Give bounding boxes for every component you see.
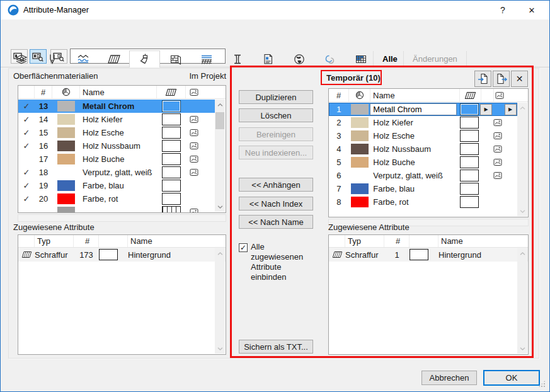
material-row[interactable]: ✓15Holz Esche	[18, 126, 215, 139]
delete-button[interactable]: Löschen	[239, 108, 313, 122]
close-temporary-button[interactable]: ✕	[511, 71, 528, 87]
material-row[interactable]: ✓16Holz Nussbaum	[18, 139, 215, 153]
scroll-down-icon[interactable]	[215, 343, 225, 354]
scroll-down-icon[interactable]	[517, 343, 527, 354]
attribute-type: Schraffur	[35, 248, 74, 262]
right-assigned-scrollbar[interactable]	[517, 248, 527, 354]
type-column-header: Typ	[35, 235, 74, 247]
scroll-up-icon[interactable]	[215, 100, 225, 110]
by-name-button[interactable]: << Nach Name	[239, 215, 313, 229]
material-row[interactable]: 17Holz Buche	[18, 153, 215, 166]
scroll-up-icon[interactable]	[517, 103, 527, 113]
sphere-icon	[355, 91, 364, 100]
title-bar[interactable]: Attribute-Manager ? ✕	[1, 1, 549, 20]
material-name-input[interactable]	[370, 103, 457, 115]
tab-fill-types[interactable]	[98, 51, 129, 67]
material-row[interactable]: ✓20Farbe, rot	[18, 192, 215, 205]
tab-alle[interactable]: Alle	[373, 51, 406, 67]
fill-swatch	[162, 113, 181, 125]
image-attribute-icon	[492, 169, 503, 182]
fill-swatch	[460, 130, 479, 142]
material-row[interactable]: 4Holz Nussbaum	[329, 142, 517, 156]
tab-aenderungen[interactable]: Änderungen	[403, 51, 467, 67]
save-as-txt-button[interactable]: Sichern als TXT...	[239, 340, 313, 354]
scroll-thumb[interactable]	[215, 112, 224, 129]
left-list-hscrollbar[interactable]	[18, 214, 226, 222]
assigned-attribute-row[interactable]: Schraffur 173 Hintergrund	[18, 248, 226, 262]
save-attribute-file-button[interactable]	[493, 71, 510, 87]
material-row[interactable]: 3Holz Esche	[329, 129, 517, 142]
fill-types-icon	[106, 53, 122, 66]
tab-surfaces[interactable]	[129, 50, 160, 67]
material-row[interactable]: 6Verputz, glatt, weiß	[329, 169, 517, 182]
image-attribute-icon	[186, 153, 202, 166]
material-row[interactable]: 1▶▶	[329, 103, 517, 116]
material-name: Farbe, blau	[370, 182, 459, 195]
project-materials-list[interactable]: # Name ✓13Metall Chrom✓14Holz Kiefer✓15H…	[18, 85, 226, 213]
material-row[interactable]: ✓19Farbe, blau	[18, 179, 215, 192]
material-row[interactable]: 2Holz Kiefer	[329, 116, 517, 129]
assigned-attribute-row[interactable]: Schraffur 1 Hintergrund	[329, 248, 528, 262]
material-row[interactable]: 8Farbe, rot	[329, 195, 517, 209]
project-assigned-list[interactable]: Typ # Name Schraffur 173 Hintergrund	[18, 234, 226, 355]
purge-button: Bereinigen	[239, 127, 313, 141]
color-swatch	[57, 141, 75, 151]
include-attributes-checkbox-row[interactable]: ✓ Alle zugewiesenen Attribute einbinden	[239, 242, 316, 282]
fill-swatch	[162, 206, 181, 212]
temporary-materials-list[interactable]: # Name 1▶▶2Holz Kiefer3Holz Esche4Holz N…	[328, 88, 529, 217]
texture-column-header	[186, 86, 202, 98]
fill-swatch	[162, 166, 181, 178]
archicad-logo-icon	[8, 4, 19, 16]
index-column-header: #	[35, 86, 52, 98]
color-swatch	[57, 193, 75, 204]
name-column-header: Name	[438, 235, 528, 247]
material-row-partial[interactable]	[18, 205, 215, 212]
color-swatch	[57, 154, 75, 164]
fill-picker-button[interactable]: ▶	[480, 104, 492, 115]
close-button[interactable]: ✕	[519, 1, 544, 20]
assigned-header: Typ # Name	[329, 235, 528, 248]
tab-mep-systems[interactable]	[345, 51, 376, 67]
material-index: 5	[329, 156, 349, 169]
material-row[interactable]: 5Holz Buche	[329, 156, 517, 169]
tab-profiles-hatching[interactable]	[191, 51, 222, 67]
index-column-header: #	[329, 89, 349, 101]
material-row[interactable]: ✓14Holz Kiefer	[18, 113, 215, 126]
material-row[interactable]: ✓18Verputz, glatt, weiß	[18, 166, 215, 179]
fill-swatch	[162, 193, 181, 205]
image-attribute-icon	[492, 116, 503, 129]
tab-composites[interactable]	[160, 51, 191, 67]
right-list-scrollbar[interactable]	[517, 103, 527, 216]
brush-icon	[137, 53, 152, 66]
scroll-up-icon[interactable]	[517, 248, 527, 258]
cancel-button[interactable]: Abbrechen	[421, 371, 477, 385]
duplicate-button[interactable]: Duplizieren	[239, 90, 313, 104]
tab-layers[interactable]	[6, 51, 37, 67]
material-row[interactable]: ✓13Metall Chrom	[18, 100, 215, 113]
append-button[interactable]: << Anhängen	[239, 178, 313, 192]
left-assigned-scrollbar[interactable]	[215, 248, 225, 354]
tab-locations[interactable]	[284, 51, 314, 67]
tab-zone-categories[interactable]	[253, 51, 284, 67]
color-swatch	[351, 170, 369, 181]
scroll-down-icon[interactable]	[517, 206, 527, 216]
fill-column-header	[460, 89, 481, 101]
tab-renovation[interactable]	[314, 51, 345, 67]
tab-complex-profiles[interactable]	[222, 51, 253, 67]
checkbox-checked-icon[interactable]: ✓	[239, 243, 248, 252]
open-attribute-file-button[interactable]	[474, 71, 491, 87]
texture-picker-button[interactable]: ▶	[505, 104, 517, 115]
by-index-button[interactable]: << Nach Index	[239, 197, 313, 210]
tab-pens[interactable]	[37, 51, 67, 67]
left-list-scrollbar[interactable]	[215, 100, 225, 212]
temporary-assigned-list[interactable]: Typ # Name Schraffur 1 Hintergrund	[328, 234, 529, 355]
image-attribute-icon	[186, 139, 202, 153]
material-row[interactable]: 7Farbe, blau	[329, 182, 517, 195]
scroll-down-icon[interactable]	[215, 202, 225, 212]
tab-line-types[interactable]	[67, 51, 98, 67]
attribute-name: Hintergrund	[128, 248, 226, 262]
scroll-up-icon[interactable]	[215, 248, 225, 258]
help-button[interactable]: ?	[490, 1, 515, 20]
ok-button[interactable]: OK	[483, 370, 540, 386]
list-header: # Name	[329, 89, 528, 102]
